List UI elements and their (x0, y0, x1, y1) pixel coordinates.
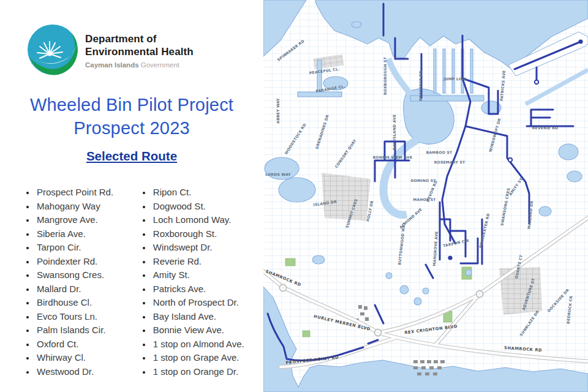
route-street-item: Whirway Cl. (36, 351, 124, 365)
org-name: Department ofEnvironmental Health (85, 32, 194, 58)
map-street-label: BONNIE VIEW AVE (373, 155, 413, 159)
route-street-item: Windswept Dr. (152, 241, 263, 255)
route-street-item: Roxborough St. (152, 227, 263, 241)
map-street-label: LORDS WAY (265, 172, 291, 176)
route-street-item: Prospect Point Rd. (36, 186, 124, 200)
map-street-label: BAMBOO ST (426, 150, 453, 154)
route-street-item: Mallard Dr. (36, 282, 124, 296)
map-street-label: PROSPECT DR (418, 70, 423, 101)
org-subtitle: Cayman Islands Government (85, 61, 194, 69)
route-street-item: Poindexter Rd. (36, 255, 124, 269)
selected-route-link[interactable]: Selected Route (0, 149, 263, 164)
flyer-page: Department ofEnvironmental Health Cayman… (0, 0, 588, 392)
route-street-item: Reverie Rd. (152, 255, 263, 269)
route-list-left: Prospect Point Rd.Mahogany WayMangrove A… (23, 186, 124, 379)
route-street-item: 1 stop on Almond Ave. (152, 337, 263, 352)
page-title: Wheeled Bin Pilot ProjectProspect 2023 (0, 93, 263, 140)
route-street-item: Evco Tours Ln. (36, 310, 124, 324)
route-street-item: Palm Islands Cir. (36, 323, 124, 337)
map-panel[interactable]: SPINNAKER RDPEACEFUL CL.PARADISE CL.ROXB… (263, 0, 588, 392)
route-street-item: Dogwood St. (152, 200, 263, 214)
route-street-item: Oxford Ct. (36, 337, 124, 352)
map-street-label: ABBEY WAY (276, 98, 280, 124)
route-map: SPINNAKER RDPEACEFUL CL.PARADISE CL.ROXB… (263, 0, 588, 392)
map-street-label: BAY ISLAND AVE (392, 115, 396, 151)
route-street-item: Bay Island Ave. (152, 310, 263, 324)
route-street-item: Mangrove Ave. (36, 213, 124, 227)
doeh-logo: Department ofEnvironmental Health Cayman… (26, 23, 194, 77)
map-street-label: JUMP LINK (443, 77, 467, 81)
route-list-right: Ripon Ct.Dogwood St.Loch Lomond Way.Roxb… (140, 186, 263, 379)
route-street-item: 1 stop on Grape Ave. (152, 351, 263, 365)
route-street-item: Birdhouse Cl. (36, 296, 124, 310)
route-street-item: Bonnie View Ave. (152, 323, 263, 337)
route-street-item: Amity St. (152, 268, 263, 282)
route-street-item: Ripon Ct. (152, 186, 263, 200)
route-street-item: Westwood Dr. (36, 365, 124, 379)
map-street-label: ROSEMARY ST (434, 160, 466, 164)
route-street-item: 1 stop on Orange Dr. (152, 365, 263, 379)
route-street-item: Patricks Ave. (152, 282, 263, 296)
route-street-item: Loch Lomond Way. (152, 213, 263, 227)
route-street-item: Siberia Ave. (36, 227, 124, 241)
info-panel: Department ofEnvironmental Health Cayman… (0, 0, 263, 392)
route-street-item: Mahogany Way (36, 200, 124, 214)
doeh-logo-icon (26, 23, 80, 77)
route-street-item: Swansong Cres. (36, 268, 124, 282)
map-street-label: REVERIE RD (532, 126, 559, 130)
route-street-lists: Prospect Point Rd.Mahogany WayMangrove A… (0, 186, 263, 379)
route-street-item: Tarpon Cir. (36, 241, 124, 255)
map-street-label: ROXBOROUGH ST (383, 56, 387, 95)
map-street-label: MAHOE ST (413, 197, 436, 202)
route-street-item: North of Prospect Dr. (152, 296, 263, 310)
